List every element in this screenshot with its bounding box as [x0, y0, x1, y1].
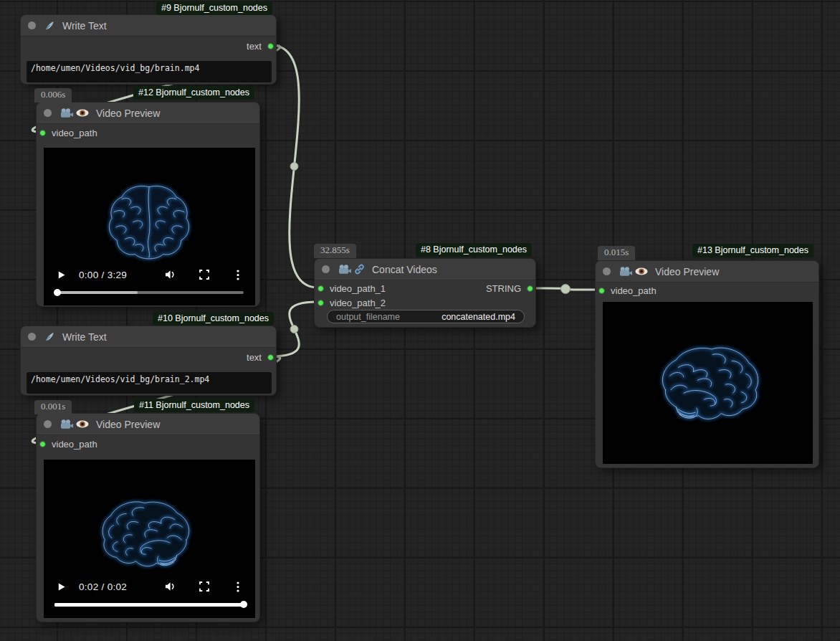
text-value-widget[interactable]: /home/umen/Videos/vid_bg/brain.mp4: [27, 61, 272, 82]
input-slot-video-path[interactable]: [598, 288, 605, 294]
volume-icon[interactable]: [164, 581, 177, 592]
video-played: [54, 291, 57, 294]
node-title-bar[interactable]: Video Preview: [596, 261, 818, 282]
execution-time-badge: 0.015s: [598, 246, 635, 260]
node-video-preview-1[interactable]: Video Preview video_path: [36, 102, 260, 307]
input-slot-label: video_path: [52, 128, 97, 138]
video-scrubber-thumb[interactable]: [240, 601, 247, 608]
node-write-text-1[interactable]: Write Text text /home/umen/Videos/vid_bg…: [20, 14, 277, 85]
node-id-badge: #10 Bjornulf_custom_nodes: [153, 312, 274, 326]
node-video-preview-3[interactable]: Video Preview video_path: [595, 260, 819, 468]
input-slot-video-path[interactable]: [39, 441, 46, 447]
volume-icon[interactable]: [164, 270, 177, 280]
video-controls: 0:02 / 0:02: [44, 576, 255, 597]
node-id-badge: #11 Bjornulf_custom_nodes: [134, 399, 254, 412]
node-title-bar[interactable]: Concat Videos: [315, 259, 535, 280]
fullscreen-icon[interactable]: [198, 581, 211, 592]
video-frame-brain: [93, 493, 205, 576]
node-write-text-2[interactable]: Write Text text /home/umen/Videos/vid_bg…: [20, 326, 277, 396]
kebab-menu-icon[interactable]: [232, 270, 244, 280]
graph-canvas[interactable]: Write Text text /home/umen/Videos/vid_bg…: [0, 0, 840, 641]
kebab-menu-icon[interactable]: [232, 581, 244, 592]
link-icon: [354, 264, 365, 275]
execution-time-badge: 0.001s: [34, 400, 72, 414]
eye-icon: [76, 109, 89, 117]
movie-camera-icon: [60, 419, 74, 429]
video-player[interactable]: [603, 302, 813, 464]
output-slot-text[interactable]: [267, 354, 274, 361]
output-slot-label: text: [247, 352, 262, 363]
video-progress-bar[interactable]: [54, 603, 244, 607]
node-title: Write Text: [62, 20, 107, 32]
video-frame-brain: [99, 180, 199, 270]
movie-camera-icon: [619, 266, 633, 277]
video-scrubber-thumb[interactable]: [54, 289, 61, 296]
pen-nib-icon: [44, 331, 55, 342]
widget-label: output_filename: [336, 312, 400, 322]
play-icon[interactable]: [54, 582, 67, 592]
input-slot-label: video_path_2: [330, 298, 386, 308]
node-id-badge: #8 Bjornulf_custom_nodes: [416, 243, 532, 257]
node-title-bar[interactable]: Video Preview: [37, 103, 259, 124]
pen-nib-icon: [44, 20, 55, 31]
input-slot-video-path[interactable]: [39, 130, 46, 136]
link-midpoint-dot[interactable]: [561, 285, 571, 294]
execution-time-badge: 32.855s: [314, 244, 356, 258]
execution-time-badge: 0.006s: [34, 88, 72, 103]
video-time: 0:00 / 3:29: [79, 270, 127, 280]
link-midpoint-dot[interactable]: [290, 163, 298, 171]
output-slot-label: STRING: [486, 283, 521, 294]
node-id-badge: #9 Bjornulf_custom_nodes: [156, 1, 272, 15]
input-slot-video-path-2[interactable]: [318, 300, 324, 306]
node-title: Concat Videos: [372, 264, 437, 275]
output-filename-widget[interactable]: output_filename concatenated.mp4: [327, 310, 525, 323]
node-title: Video Preview: [96, 108, 160, 119]
video-controls: 0:00 / 3:29: [44, 265, 255, 285]
movie-camera-icon: [338, 264, 352, 275]
node-title: Video Preview: [655, 266, 719, 277]
fullscreen-icon[interactable]: [198, 270, 211, 280]
video-player[interactable]: 0:02 / 0:02: [44, 460, 255, 618]
node-concat-videos[interactable]: Concat Videos video_path_1 STRING video_…: [314, 258, 536, 328]
node-title-bar[interactable]: Write Text: [21, 326, 276, 348]
input-slot-label: video_path: [611, 285, 657, 296]
node-title-bar[interactable]: Video Preview: [37, 414, 259, 435]
video-player[interactable]: 0:00 / 3:29: [44, 148, 255, 305]
video-frame-brain: [645, 338, 768, 429]
widget-value: concatenated.mp4: [442, 312, 515, 322]
collapse-dot[interactable]: [44, 109, 52, 117]
eye-icon: [635, 267, 648, 275]
node-video-preview-2[interactable]: Video Preview video_path: [36, 413, 260, 622]
collapse-dot[interactable]: [28, 333, 36, 341]
video-buffered: [54, 291, 138, 294]
node-id-badge: #12 Bjornulf_custom_nodes: [133, 86, 254, 100]
input-slot-label: video_path: [52, 439, 97, 450]
video-time: 0:02 / 0:02: [79, 581, 127, 592]
video-progress-bar[interactable]: [54, 291, 244, 294]
eye-icon: [76, 420, 89, 428]
input-slot-video-path-1[interactable]: [318, 285, 324, 292]
text-value-widget[interactable]: /home/umen/Videos/vid_bg/brain_2.mp4: [27, 372, 272, 394]
video-played: [54, 603, 244, 607]
collapse-dot[interactable]: [322, 265, 330, 273]
node-title-bar[interactable]: Write Text: [21, 15, 276, 37]
node-id-badge: #13 Bjornulf_custom_nodes: [692, 244, 813, 257]
collapse-dot[interactable]: [603, 267, 611, 275]
collapse-dot[interactable]: [28, 22, 36, 29]
node-title: Write Text: [62, 331, 107, 343]
output-slot-string[interactable]: [527, 285, 533, 292]
collapse-dot[interactable]: [44, 420, 52, 428]
node-title: Video Preview: [96, 419, 160, 430]
output-slot-label: text: [247, 41, 262, 52]
output-slot-text[interactable]: [267, 43, 274, 49]
input-slot-label: video_path_1: [330, 283, 386, 294]
link-midpoint-dot[interactable]: [290, 326, 298, 333]
movie-camera-icon: [60, 108, 74, 118]
play-icon[interactable]: [54, 270, 67, 280]
